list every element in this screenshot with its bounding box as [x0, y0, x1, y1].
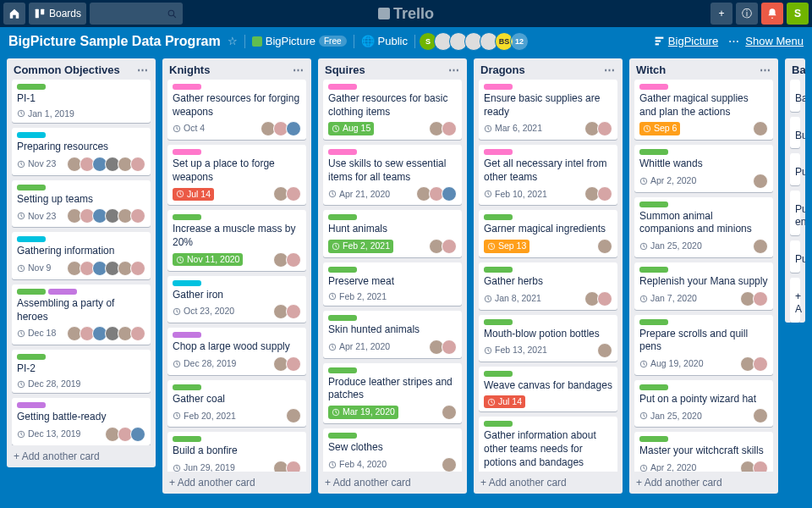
member-avatar[interactable] [442, 239, 457, 254]
card-label[interactable] [17, 402, 46, 408]
card[interactable]: Prepare scrolls and quill pensAug 19, 20… [634, 315, 773, 375]
member-avatar[interactable] [442, 186, 457, 202]
member-avatar[interactable] [753, 356, 768, 372]
member-avatar[interactable] [597, 239, 612, 254]
member-avatar[interactable] [286, 356, 301, 372]
member-avatar[interactable] [130, 157, 145, 172]
due-date-badge[interactable]: Mar 6, 2021 [484, 123, 542, 135]
member-avatar[interactable] [130, 326, 145, 341]
due-date-badge[interactable]: Jul 14 [173, 188, 214, 202]
list-menu-button[interactable]: ⋯ [293, 64, 304, 76]
card-label[interactable] [639, 384, 668, 390]
member-avatar[interactable] [753, 239, 768, 254]
member-avatar[interactable] [442, 405, 457, 420]
member-avatar[interactable] [597, 291, 612, 306]
card[interactable]: Replenish your Mana supplyJan 7, 2020 [634, 262, 773, 310]
card-label[interactable] [639, 149, 668, 155]
notifications-button[interactable] [761, 3, 783, 25]
member-avatar[interactable] [130, 208, 145, 224]
card[interactable]: Gather information about other teams nee… [479, 417, 617, 472]
card-label[interactable] [484, 371, 513, 377]
due-date-badge[interactable]: Apr 21, 2020 [328, 341, 390, 353]
due-date-badge[interactable]: Jan 25, 2020 [639, 411, 702, 422]
card[interactable]: Master your witchcraft skillsApr 2, 2020 [634, 432, 773, 472]
search-input[interactable] [90, 3, 183, 25]
due-date-badge[interactable]: Dec 18 [17, 328, 56, 340]
due-date-badge[interactable]: Aug 19, 2020 [639, 358, 703, 370]
due-date-badge[interactable]: Feb 4, 2020 [328, 459, 387, 471]
member-avatar[interactable] [753, 408, 768, 423]
member-avatar[interactable] [286, 408, 301, 423]
card-label[interactable] [173, 149, 201, 155]
card-label[interactable] [173, 436, 201, 442]
due-date-badge[interactable]: Jul 14 [484, 395, 525, 409]
list-title[interactable]: Knights [169, 64, 210, 76]
due-date-badge[interactable]: Apr 2, 2020 [639, 462, 696, 472]
card[interactable]: Whittle wandsApr 2, 2020 [634, 145, 773, 192]
member-avatar[interactable] [753, 291, 768, 306]
due-date-badge[interactable]: Jan 8, 2021 [484, 293, 541, 305]
card[interactable]: Ensure basic supplies are readyMar 6, 20… [479, 80, 617, 140]
card[interactable]: Preserve meatFeb 2, 2021 [323, 262, 462, 306]
card-label[interactable] [17, 185, 46, 190]
card-label[interactable] [328, 315, 357, 321]
due-date-badge[interactable]: Feb 2, 2021 [328, 240, 393, 253]
member-avatar[interactable] [597, 343, 612, 358]
list-title[interactable]: Witch [636, 64, 666, 76]
due-date-badge[interactable]: Dec 28, 2019 [173, 358, 236, 370]
list-title[interactable]: Dragons [480, 64, 525, 76]
card[interactable]: Weave canvas for bandagesJul 14 [479, 367, 617, 411]
member-avatar[interactable] [286, 121, 301, 136]
card[interactable]: Pu en [790, 190, 800, 235]
card-label[interactable] [173, 214, 201, 220]
due-date-badge[interactable]: Apr 2, 2020 [639, 175, 696, 187]
add-card-button[interactable]: + Add another card [474, 472, 623, 494]
card[interactable]: Preparing resourcesNov 23 [12, 128, 151, 175]
due-date-badge[interactable]: Nov 23 [17, 158, 56, 170]
member-avatar[interactable] [442, 457, 457, 472]
card-label[interactable] [484, 214, 513, 220]
member-avatar[interactable] [753, 174, 768, 189]
due-date-badge[interactable]: Dec 28, 2019 [17, 378, 80, 390]
card[interactable]: Garner magical ingredientsSep 13 [479, 210, 617, 257]
add-card-button[interactable]: + Add another card [162, 472, 311, 494]
card[interactable]: + A [790, 278, 800, 323]
due-date-badge[interactable]: Nov 23 [17, 211, 56, 223]
team-button[interactable]: BigPicture Free [252, 35, 347, 47]
card-label[interactable] [484, 319, 513, 325]
create-button[interactable]: + [710, 3, 732, 25]
add-card-button[interactable]: + Add another card [629, 472, 778, 494]
due-date-badge[interactable]: Jan 25, 2020 [639, 240, 702, 252]
board-members[interactable]: S BS 12 [422, 32, 529, 51]
card-label[interactable] [17, 132, 46, 138]
member-avatar[interactable] [286, 461, 301, 472]
member-avatar[interactable] [130, 261, 145, 276]
member-avatar[interactable] [286, 186, 301, 202]
card-label[interactable] [173, 84, 201, 90]
add-card-button[interactable]: + Add another card [318, 472, 467, 494]
card-label[interactable] [328, 214, 357, 220]
list-title[interactable]: Common Objectives [14, 64, 120, 76]
list-menu-button[interactable]: ⋯ [137, 64, 149, 76]
card[interactable]: Assembling a party of heroesDec 18 [12, 284, 151, 345]
list-menu-button[interactable]: ⋯ [448, 64, 460, 76]
list-menu-button[interactable]: ⋯ [760, 64, 771, 76]
due-date-badge[interactable]: Nov 11, 2020 [173, 253, 243, 267]
due-date-badge[interactable]: Jun 29, 2019 [173, 462, 235, 472]
card[interactable]: Ba [790, 80, 800, 112]
star-icon[interactable]: ☆ [228, 35, 238, 47]
card-label[interactable] [173, 332, 201, 338]
home-button[interactable] [3, 3, 25, 25]
card[interactable]: Hunt animalsFeb 2, 2021 [323, 210, 462, 257]
card[interactable]: Getting battle-readyDec 13, 2019 [12, 398, 151, 445]
list-menu-button[interactable]: ⋯ [604, 64, 616, 76]
info-button[interactable]: ⓘ [736, 3, 758, 25]
boards-button[interactable]: Boards [29, 3, 86, 25]
card[interactable]: Get all necessary intel from other teams… [479, 145, 617, 205]
due-date-badge[interactable]: Feb 13, 2021 [484, 345, 547, 356]
card[interactable]: PI-1Jan 1, 2019 [12, 80, 151, 123]
member-avatar[interactable] [753, 461, 768, 472]
card-label[interactable] [328, 84, 357, 90]
card[interactable]: Gather ironOct 23, 2020 [167, 276, 306, 323]
card-label[interactable] [484, 267, 513, 273]
